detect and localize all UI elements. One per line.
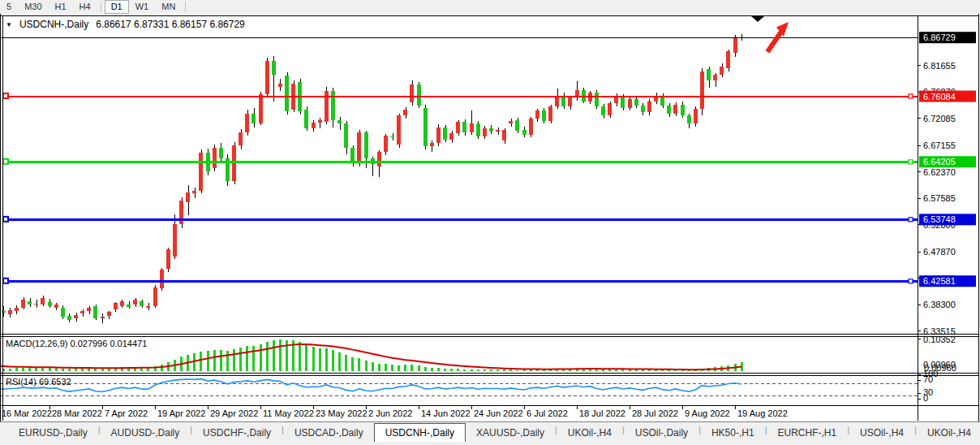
chart-tab-usoil-daily[interactable]: USOil-,Daily — [625, 424, 698, 441]
chart-tab-xauusd-daily[interactable]: XAUUSD-,Daily — [466, 424, 555, 441]
svg-text:6.64205: 6.64205 — [923, 157, 956, 166]
chart-tab-ukoil-h4[interactable]: UKOil-,H4 — [557, 424, 622, 441]
chart-tab-eurusd-daily[interactable]: EURUSD-,Daily — [8, 424, 98, 441]
chart-ohlc-values: 6.86617 6.87331 6.86157 6.86729 — [96, 19, 245, 30]
svg-text:2 Jun 2022: 2 Jun 2022 — [368, 408, 412, 418]
price-badge-6.53748: 6.53748 — [919, 214, 976, 225]
price-badge-6.42581: 6.42581 — [919, 275, 976, 287]
svg-text:6.72085: 6.72085 — [923, 114, 956, 123]
chart-tab-usdcad-daily[interactable]: USDCAD-,Daily — [284, 424, 374, 441]
svg-text:6.76084: 6.76084 — [923, 92, 956, 102]
timeframe-button-mn[interactable]: MN — [155, 0, 182, 14]
svg-text:6.47870: 6.47870 — [923, 247, 956, 257]
svg-text:6.67155: 6.67155 — [923, 140, 956, 150]
svg-text:0.10352: 0.10352 — [923, 335, 956, 344]
toolbar-separator — [185, 2, 186, 12]
svg-text:7 Apr 2022: 7 Apr 2022 — [105, 408, 148, 418]
chart-tab-ukoil-h4[interactable]: UKOil-,H4 — [917, 424, 980, 441]
timeframe-button-m30[interactable]: M30 — [18, 0, 48, 14]
timeframe-button-h4[interactable]: H4 — [73, 0, 97, 14]
svg-text:19 Aug 2022: 19 Aug 2022 — [737, 408, 788, 418]
chart-tab-usdchf-daily[interactable]: USDCHF-,Daily — [192, 424, 282, 441]
timeframe-button-5[interactable]: 5 — [0, 0, 18, 14]
svg-text:6.42581: 6.42581 — [923, 276, 956, 286]
svg-text:0: 0 — [923, 393, 928, 403]
svg-text:24 Jun 2022: 24 Jun 2022 — [474, 408, 523, 418]
svg-text:6.38300: 6.38300 — [923, 300, 956, 309]
svg-text:29 Apr 2022: 29 Apr 2022 — [210, 408, 258, 418]
svg-text:16 Mar 2022: 16 Mar 2022 — [2, 408, 52, 418]
timeframe-button-d1[interactable]: D1 — [105, 0, 129, 14]
svg-text:28 Mar 2022: 28 Mar 2022 — [52, 408, 102, 418]
toolbar-separator — [101, 2, 101, 12]
svg-text:6.62370: 6.62370 — [923, 167, 956, 177]
svg-text:6.53748: 6.53748 — [923, 214, 956, 224]
timeframe-button-w1[interactable]: W1 — [129, 0, 156, 14]
timeframe-toolbar: 5M30H1H4D1W1MN — [0, 0, 980, 15]
svg-text:14 Jun 2022: 14 Jun 2022 — [421, 408, 471, 418]
svg-text:70: 70 — [923, 374, 933, 384]
timeframe-button-h1[interactable]: H1 — [49, 0, 73, 14]
chart-canvas[interactable]: 6.816556.768706.720856.671556.623706.575… — [0, 14, 980, 421]
svg-text:6.57585: 6.57585 — [923, 193, 956, 203]
chart-tab-audusd-daily[interactable]: AUDUSD-,Daily — [101, 424, 191, 441]
svg-text:11 May 2022: 11 May 2022 — [263, 408, 314, 418]
svg-text:9 Aug 2022: 9 Aug 2022 — [685, 408, 730, 418]
svg-text:19 Apr 2022: 19 Apr 2022 — [157, 408, 205, 418]
chart-symbol-label: USDCNH-,Daily — [19, 19, 88, 30]
chart-title: ▼ USDCNH-,Daily 6.86617 6.87331 6.86157 … — [6, 19, 245, 30]
price-badge-6.64205: 6.64205 — [919, 156, 976, 167]
svg-text:6.81655: 6.81655 — [923, 61, 956, 71]
symbol-dropdown-icon[interactable]: ▼ — [6, 21, 12, 28]
chart-tab-bar: EURUSD-,Daily|AUDUSD-,Daily|USDCHF-,Dail… — [0, 421, 980, 445]
macd-indicator-label: MACD(12,26,9) 0.027996 0.014471 — [6, 339, 147, 348]
price-badge-6.86729: 6.86729 — [919, 32, 976, 43]
svg-text:28 Jul 2022: 28 Jul 2022 — [632, 408, 678, 418]
chart-tab-usdcnh-daily[interactable]: USDCNH-,Daily — [374, 423, 466, 442]
chart-window[interactable]: 6.816556.768706.720856.671556.623706.575… — [0, 14, 980, 421]
svg-text:23 May 2022: 23 May 2022 — [316, 408, 368, 418]
chart-tab-hk50-h1[interactable]: HK50-,H1 — [701, 424, 765, 441]
svg-text:6.86729: 6.86729 — [923, 32, 956, 42]
svg-text:18 Jul 2022: 18 Jul 2022 — [579, 408, 625, 418]
svg-text:6 Jul 2022: 6 Jul 2022 — [527, 408, 568, 418]
price-badge-6.76084: 6.76084 — [919, 91, 976, 102]
rsi-indicator-label: RSI(14) 69.6532 — [6, 377, 71, 387]
chart-tab-eurchf-h1[interactable]: EURCHF-,H1 — [767, 424, 847, 441]
chart-tab-usoil-h4[interactable]: USOil-,H4 — [849, 424, 914, 441]
terminal-window: 5M30H1H4D1W1MN 6.816556.768706.720856.67… — [0, 0, 980, 445]
date-axis[interactable]: 16 Mar 202228 Mar 20227 Apr 202219 Apr 2… — [0, 406, 788, 418]
